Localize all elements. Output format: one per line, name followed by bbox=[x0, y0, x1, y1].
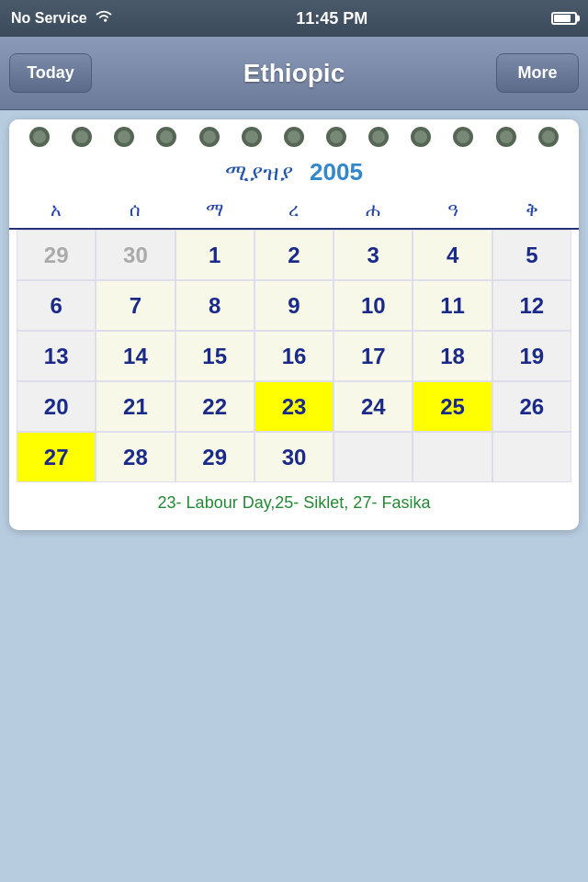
calendar-cell[interactable]: 30 bbox=[96, 230, 175, 280]
ring bbox=[72, 127, 92, 147]
calendar-cell bbox=[334, 432, 413, 482]
calendar-cell[interactable]: 25 bbox=[413, 381, 492, 432]
status-bar: No Service 11:45 PM bbox=[0, 0, 588, 37]
calendar-cell[interactable]: 11 bbox=[413, 280, 492, 331]
calendar-cell[interactable]: 22 bbox=[175, 381, 254, 432]
calendar-cell[interactable]: 17 bbox=[334, 331, 413, 381]
calendar-cell[interactable]: 3 bbox=[334, 230, 413, 280]
calendar-cell[interactable]: 20 bbox=[17, 381, 96, 432]
calendar-cell[interactable]: 12 bbox=[492, 280, 571, 331]
month-year: 2005 bbox=[310, 158, 363, 187]
calendar-cell[interactable]: 26 bbox=[492, 381, 571, 432]
day-header: ረ bbox=[254, 196, 334, 224]
calendar-cell[interactable]: 6 bbox=[17, 280, 96, 331]
calendar-cell[interactable]: 15 bbox=[175, 331, 254, 381]
ring bbox=[242, 127, 262, 147]
more-button[interactable]: More bbox=[496, 53, 579, 93]
day-header: ዓ bbox=[413, 196, 492, 224]
calendar-cell[interactable]: 19 bbox=[492, 331, 571, 381]
calendar-cell[interactable]: 9 bbox=[254, 280, 334, 331]
status-time: 11:45 PM bbox=[296, 9, 368, 28]
calendar-cell[interactable]: 1 bbox=[175, 230, 254, 280]
battery-fill bbox=[554, 15, 571, 22]
calendar-cell[interactable]: 10 bbox=[334, 280, 413, 331]
calendar-cell[interactable]: 7 bbox=[96, 280, 175, 331]
calendar-cell[interactable]: 24 bbox=[334, 381, 413, 432]
wifi-icon bbox=[95, 9, 113, 28]
calendar-cell[interactable]: 13 bbox=[17, 331, 96, 381]
ring bbox=[156, 127, 176, 147]
month-name-ethiopic: ሚያዝያ bbox=[225, 160, 293, 186]
calendar-cell[interactable]: 23 bbox=[254, 381, 334, 432]
main-content: ሚያዝያ 2005 አሰማረሐዓቅ 2930123456789101112131… bbox=[0, 110, 588, 882]
ring bbox=[284, 127, 304, 147]
calendar-cell[interactable]: 2 bbox=[254, 230, 334, 280]
calendar-cell bbox=[492, 432, 571, 482]
calendar-cell[interactable]: 8 bbox=[175, 280, 254, 331]
month-header: ሚያዝያ 2005 bbox=[9, 151, 579, 196]
calendar-cell[interactable]: 29 bbox=[175, 432, 254, 482]
today-button[interactable]: Today bbox=[9, 53, 92, 93]
calendar-cell bbox=[413, 432, 492, 482]
ring bbox=[368, 127, 389, 147]
calendar-cell[interactable]: 16 bbox=[254, 331, 334, 381]
calendar-cell[interactable]: 14 bbox=[96, 331, 175, 381]
ring bbox=[326, 127, 346, 147]
calendar-cell[interactable]: 18 bbox=[413, 331, 492, 381]
calendar-cell[interactable]: 29 bbox=[17, 230, 96, 280]
calendar-cell[interactable]: 5 bbox=[492, 230, 571, 280]
calendar-cell[interactable]: 27 bbox=[17, 432, 96, 482]
ring bbox=[29, 127, 50, 147]
nav-title: Ethiopic bbox=[243, 59, 345, 88]
calendar-container: ሚያዝያ 2005 አሰማረሐዓቅ 2930123456789101112131… bbox=[9, 119, 579, 530]
day-header: ማ bbox=[175, 196, 254, 224]
ring bbox=[199, 127, 220, 147]
carrier-text: No Service bbox=[11, 10, 87, 27]
ring bbox=[411, 127, 431, 147]
calendar-cell[interactable]: 21 bbox=[96, 381, 175, 432]
calendar-grid: 2930123456789101112131415161718192021222… bbox=[9, 228, 579, 482]
day-header: አ bbox=[17, 196, 96, 224]
nav-bar: Today Ethiopic More bbox=[0, 37, 588, 110]
day-headers: አሰማረሐዓቅ bbox=[9, 196, 579, 224]
binder-rings bbox=[9, 119, 579, 151]
status-left: No Service bbox=[11, 9, 113, 28]
day-header: ሐ bbox=[334, 196, 413, 224]
ring bbox=[538, 127, 559, 147]
calendar-cell[interactable]: 28 bbox=[96, 432, 175, 482]
ring bbox=[114, 127, 134, 147]
status-right bbox=[551, 12, 577, 25]
calendar-notes: 23- Labour Day,25- Siklet, 27- Fasika bbox=[9, 482, 579, 516]
day-header: ቅ bbox=[492, 196, 571, 224]
calendar-cell[interactable]: 30 bbox=[254, 432, 334, 482]
calendar-cell[interactable]: 4 bbox=[413, 230, 492, 280]
battery-icon bbox=[551, 12, 577, 25]
day-header: ሰ bbox=[96, 196, 175, 224]
ring bbox=[453, 127, 473, 147]
ring bbox=[496, 127, 516, 147]
